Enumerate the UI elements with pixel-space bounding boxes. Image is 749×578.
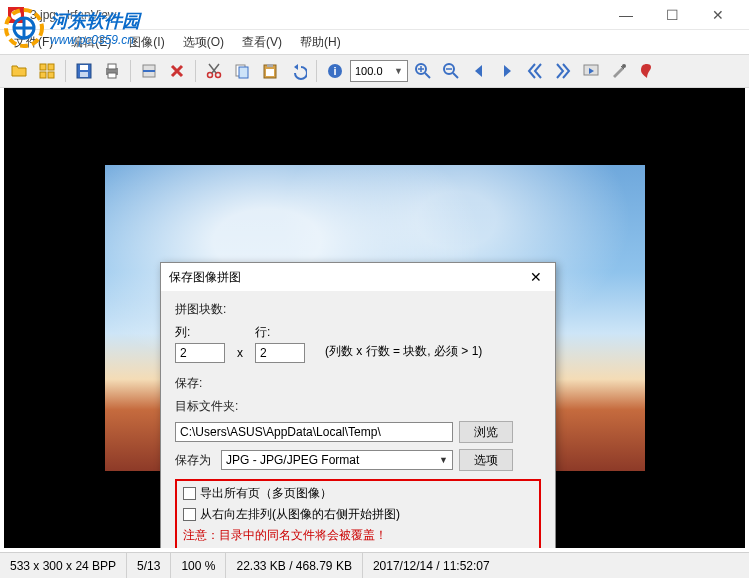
status-page: 5/13 [127,553,171,578]
menu-options[interactable]: 选项(O) [175,32,232,53]
tiles-label: 拼图块数: [175,302,226,316]
status-size: 22.33 KB / 468.79 KB [226,553,362,578]
image-viewport[interactable]: 保存图像拼图 ✕ 拼图块数: 列: x 行: (列数 x 行数 = 块数, 必须… [4,88,745,548]
next-icon[interactable] [494,58,520,84]
menu-image[interactable]: 图像(I) [121,32,172,53]
browse-button[interactable]: 浏览 [459,421,513,443]
titlebar: 3.jpg - IrfanView — ☐ ✕ [0,0,749,30]
svg-text:i: i [333,65,336,77]
slideshow-icon[interactable] [578,58,604,84]
dialog-title: 保存图像拼图 [169,269,241,286]
toolbar: i 100.0 ▼ [0,54,749,88]
format-value: JPG - JPG/JPEG Format [226,453,359,467]
options-button[interactable]: 选项 [459,449,513,471]
copy-icon[interactable] [229,58,255,84]
app-icon [8,7,24,23]
menu-edit[interactable]: 编辑(E) [63,32,119,53]
status-zoom: 100 % [171,553,226,578]
format-combo[interactable]: JPG - JPG/JPEG Format ▼ [221,450,453,470]
undo-icon[interactable] [285,58,311,84]
status-dimensions: 533 x 300 x 24 BPP [0,553,127,578]
print-icon[interactable] [99,58,125,84]
svg-rect-7 [48,72,54,78]
svg-rect-18 [239,67,248,78]
svg-rect-10 [80,72,88,77]
rtl-order-label: 从右向左排列(从图像的右侧开始拼图) [200,506,400,523]
status-date: 2017/12/14 / 11:52:07 [363,553,500,578]
export-all-pages-label: 导出所有页（多页图像） [200,485,332,502]
overwrite-warning: 注意：目录中的同名文件将会被覆盖！ [183,527,533,544]
export-all-pages-checkbox[interactable] [183,487,196,500]
info-icon[interactable]: i [322,58,348,84]
cols-input[interactable] [175,343,225,363]
cols-label: 列: [175,324,225,341]
zoom-value: 100.0 [355,65,383,77]
svg-rect-4 [40,64,46,70]
thumbnail-icon[interactable] [34,58,60,84]
multiply-sign: x [237,346,243,360]
save-icon[interactable] [71,58,97,84]
save-tile-dialog: 保存图像拼图 ✕ 拼图块数: 列: x 行: (列数 x 行数 = 块数, 必须… [160,262,556,548]
scan-icon[interactable] [136,58,162,84]
delete-icon[interactable] [164,58,190,84]
target-folder-input[interactable] [175,422,453,442]
svg-rect-5 [48,64,54,70]
save-section-label: 保存: [175,376,202,390]
svg-point-27 [622,64,626,68]
minimize-button[interactable]: — [603,0,649,30]
rows-input[interactable] [255,343,305,363]
dialog-titlebar[interactable]: 保存图像拼图 ✕ [161,263,555,291]
highlighted-options: 导出所有页（多页图像） 从右向左排列(从图像的右侧开始拼图) 注意：目录中的同名… [175,479,541,548]
menu-view[interactable]: 查看(V) [234,32,290,53]
statusbar: 533 x 300 x 24 BPP 5/13 100 % 22.33 KB /… [0,552,749,578]
zoomin-icon[interactable] [410,58,436,84]
zoomout-icon[interactable] [438,58,464,84]
prev-icon[interactable] [466,58,492,84]
target-folder-label: 目标文件夹: [175,399,238,413]
svg-point-16 [216,73,221,78]
svg-rect-13 [108,73,116,78]
menubar: 文件(F) 编辑(E) 图像(I) 选项(O) 查看(V) 帮助(H) [0,30,749,54]
saveas-label: 保存为 [175,452,215,469]
menu-file[interactable]: 文件(F) [6,32,61,53]
zoom-combo[interactable]: 100.0 ▼ [350,60,408,82]
svg-rect-6 [40,72,46,78]
close-button[interactable]: ✕ [695,0,741,30]
chevron-down-icon: ▼ [439,455,448,465]
settings-icon[interactable] [606,58,632,84]
svg-rect-20 [267,64,273,67]
svg-point-3 [11,10,21,20]
svg-rect-21 [266,69,274,76]
chevron-down-icon: ▼ [394,66,403,76]
rows-label: 行: [255,324,305,341]
menu-help[interactable]: 帮助(H) [292,32,349,53]
svg-point-15 [208,73,213,78]
svg-rect-12 [108,64,116,69]
window-title: 3.jpg - IrfanView [30,8,603,22]
next-dir-icon[interactable] [550,58,576,84]
svg-rect-9 [80,65,88,70]
cut-icon[interactable] [201,58,227,84]
maximize-button[interactable]: ☐ [649,0,695,30]
tiles-hint: (列数 x 行数 = 块数, 必须 > 1) [325,343,482,360]
paste-icon[interactable] [257,58,283,84]
open-icon[interactable] [6,58,32,84]
about-icon[interactable] [634,58,660,84]
rtl-order-checkbox[interactable] [183,508,196,521]
prev-dir-icon[interactable] [522,58,548,84]
dialog-close-button[interactable]: ✕ [525,269,547,285]
